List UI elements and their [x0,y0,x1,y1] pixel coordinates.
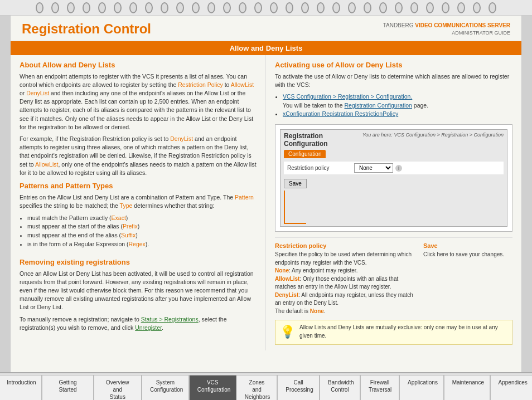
screenshot-form-row: Restriction policy None AllowList DenyLi… [284,162,504,174]
link-unregister[interactable]: Unregister [135,324,162,331]
bullet-item: is in the form of a Regular Expression (… [27,240,257,249]
save-button-screenshot[interactable]: Save [284,179,307,188]
spiral [192,2,200,13]
spiral [348,2,356,13]
guide-label: ADMINISTRATOR GUIDE [383,30,510,37]
binding-top [0,0,532,16]
spiral [395,2,403,13]
spiral [473,2,481,13]
link-xconfig[interactable]: xConfiguration Registration RestrictionP… [283,110,398,117]
activating-text: To activate the use of Allow or Deny lis… [275,72,512,89]
spiral [51,2,59,13]
tab-appendices[interactable]: Appendices [490,375,532,401]
link-denylist2[interactable]: DenyList [170,135,193,142]
activating-link-item: VCS Configuration > Registration > Confi… [283,92,512,110]
screenshot-box: You are here: VCS Configuration > Regist… [275,124,512,232]
tab-getting-started[interactable]: Getting Started [42,375,93,401]
link-status-registrations[interactable]: Status > Registrations [141,316,199,323]
activating-links: VCS Configuration > Registration > Confi… [283,92,512,119]
info-note-text: Allow Lists and Deny Lists are mutually … [299,324,507,340]
link-prefix[interactable]: Prefix [123,223,138,230]
link-allowlist2[interactable]: AllowList [35,161,58,168]
spiral [442,2,449,13]
bullet-item: must appear at the end of the alias (Suf… [27,231,257,240]
spiral [161,2,168,13]
spiral [223,2,231,13]
lightbulb-icon: 💡 [280,324,295,341]
bullet-item: must appear at the start of the alias (P… [27,222,257,231]
spiral [457,2,465,13]
info-restriction-label: Restriction policy [275,242,418,249]
removing-text2: To manually remove a registration; navig… [20,315,257,332]
tab-bandwidth-control[interactable]: BandwidthControl [320,375,360,401]
removing-text1: Once an Allow List or Deny List has been… [20,270,257,312]
info-icon: i [395,165,402,172]
link-denylist[interactable]: DenyList [26,90,49,96]
spiral [254,2,262,13]
info-col-restriction: Restriction policy Specifies the policy … [275,242,423,315]
tab-applications[interactable]: Applications [399,375,444,401]
section-bar: Allow and Deny Lists [11,41,521,55]
activating-link-item2: xConfiguration Registration RestrictionP… [283,110,512,119]
nav-tabs: Introduction Getting Started Overview an… [0,375,532,401]
info-restriction-text: Specifies the policy to be used when det… [275,251,418,267]
spiral [239,2,246,13]
link-regex[interactable]: Regex [129,241,146,247]
screenshot-inner: You are here: VCS Configuration > Regist… [280,129,507,227]
spiral [67,2,75,13]
info-denylist-text: DenyList: All endpoints may register, un… [275,291,418,308]
link-vcs-config[interactable]: VCS Configuration > Registration > Confi… [283,93,412,100]
link-restriction-policy[interactable]: Restriction Policy [178,81,223,88]
spiral [36,2,43,13]
spiral [489,2,496,13]
spiral [301,2,309,13]
link-allowlist[interactable]: AllowList [231,81,254,88]
spiral [98,2,106,13]
spiral [364,2,371,13]
spiral [207,2,215,13]
brand-text: TANDBERG VIDEO COMMUNICATIONS SERVER [383,21,510,30]
activating-sub-text: You will be taken to the Registration Co… [283,102,428,109]
about-text: When an endpoint attempts to register wi… [20,72,257,132]
about-text2: For example, if the Registration Restric… [20,135,257,177]
spiral [114,2,122,13]
tab-introduction[interactable]: Introduction [0,375,42,401]
screenshot-form-label: Restriction policy [287,165,354,171]
spiral [410,2,418,13]
spiral [145,2,153,13]
link-type[interactable]: Type [120,202,133,209]
spiral [270,2,278,13]
about-heading: About Allow and Deny Lists [20,61,257,69]
info-col-save: Save Click here to save your changes. [423,242,512,315]
activating-heading: Activating use of Allow or Deny Lists [275,61,512,69]
patterns-text: Entries on the Allow List and Deny List … [20,193,257,210]
screenshot-save-area: Save [284,177,504,188]
link-reg-config[interactable]: Registration Configuration [345,102,412,109]
spiral [379,2,387,13]
info-default-text: The default is None. [275,308,418,316]
tab-firewall-traversal[interactable]: FirewallTraversal [360,375,399,401]
patterns-heading: Patterns and Pattern Types [20,182,257,190]
tab-zones-neighbors[interactable]: Zones andNeighbors [236,375,278,401]
header-right: TANDBERG VIDEO COMMUNICATIONS SERVER ADM… [383,21,510,37]
screenshot-decoration [284,191,306,224]
screenshot-tab-label: Configuration [284,150,326,158]
tab-call-processing[interactable]: CallProcessing [277,375,320,401]
screenshot-header: You are here: VCS Configuration > Regist… [284,132,504,150]
restriction-policy-select[interactable]: None AllowList DenyList [354,163,393,173]
brand-highlight: VIDEO COMMUNICATIONS SERVER [415,22,510,28]
screenshot-youarehere: You are here: VCS Configuration > Regist… [362,132,504,138]
info-save-label: Save [423,242,507,249]
link-suffix[interactable]: Suffix [121,232,136,238]
screenshot-tab: Configuration [284,150,504,162]
bullet-item: must match the Pattern exactly (Exact) [27,214,257,223]
link-pattern[interactable]: Pattern [235,194,254,201]
link-exact[interactable]: Exact [112,214,126,221]
spiral [332,2,340,13]
page-title: Registration Control [22,21,151,37]
tab-overview-status[interactable]: Overview andStatus [94,375,142,401]
tab-vcs-config[interactable]: VCSConfiguration [189,375,236,401]
tab-maintenance[interactable]: Maintenance [444,375,490,401]
info-allowlist-text: AllowList: Only those endpoints with an … [275,275,418,291]
tab-system-config[interactable]: SystemConfiguration [142,375,189,401]
